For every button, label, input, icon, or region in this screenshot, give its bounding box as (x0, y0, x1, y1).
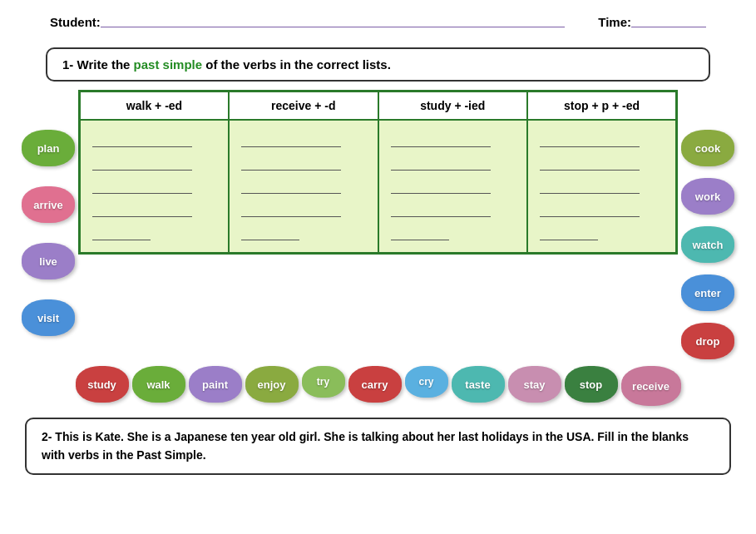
blank[interactable] (540, 225, 598, 240)
bubble-study: study (76, 366, 129, 403)
col-header-1: walk + -ed (80, 91, 230, 121)
instruction-1-box: 1- Write the past simple of the verbs in… (46, 47, 710, 82)
blanks-col3 (388, 127, 519, 245)
bubble-paint: paint (189, 366, 242, 403)
blank[interactable] (92, 202, 192, 217)
bubble-stop: stop (565, 366, 618, 403)
instruction-1-text-before: Write the (77, 57, 134, 72)
blank[interactable] (391, 225, 449, 240)
blank[interactable] (92, 132, 192, 147)
blank[interactable] (241, 179, 341, 194)
col-header-2: receive + -d (229, 91, 378, 121)
cell-1-4 (527, 120, 677, 254)
blank[interactable] (391, 202, 491, 217)
blank[interactable] (92, 179, 192, 194)
time-label: Time: (598, 15, 631, 29)
blank[interactable] (92, 225, 151, 240)
bubble-receive: receive (621, 366, 681, 406)
blank[interactable] (241, 202, 341, 217)
col-header-3: study + -ied (378, 91, 528, 121)
bubble-taste: taste (452, 366, 505, 403)
table-container: walk + -ed receive + -d study + -ied sto… (78, 90, 678, 255)
blank[interactable] (241, 156, 341, 171)
student-line (101, 27, 565, 27)
blanks-col2 (238, 127, 369, 245)
bubble-plan: plan (22, 130, 75, 166)
instruction-2-text: This is Kate. She is a Japanese ten year… (42, 430, 689, 462)
instruction-1-text-after: of the verbs in the correct lists. (205, 57, 391, 72)
table-header-row: walk + -ed receive + -d study + -ied sto… (80, 91, 677, 121)
bubble-cry: cry (405, 366, 448, 398)
bubble-watch: watch (681, 226, 734, 263)
blank[interactable] (241, 225, 299, 240)
bubble-work: work (681, 178, 734, 215)
bubble-cook: cook (681, 130, 734, 166)
cell-1-1 (80, 120, 230, 254)
table-row (80, 120, 677, 254)
bubble-enter: enter (681, 274, 734, 311)
time-line (631, 27, 706, 27)
blank[interactable] (540, 202, 640, 217)
student-label: Student: (50, 15, 101, 29)
bubble-walk: walk (132, 366, 185, 403)
instruction-2-number: 2- (42, 430, 52, 443)
blank[interactable] (92, 156, 192, 171)
bottom-bubbles: study walk paint enjoy try carry cry tas… (8, 366, 748, 406)
blank[interactable] (540, 132, 640, 147)
blank[interactable] (540, 179, 640, 194)
blank[interactable] (241, 132, 341, 147)
bubble-drop: drop (681, 323, 734, 359)
instruction-1-number: 1- (62, 57, 73, 72)
right-bubbles: cook work watch enter drop (681, 90, 748, 359)
bubble-live: live (22, 243, 75, 279)
blank[interactable] (391, 156, 491, 171)
col-header-4: stop + p + -ed (527, 91, 677, 121)
bubble-visit: visit (22, 299, 75, 336)
main-table: walk + -ed receive + -d study + -ied sto… (78, 90, 678, 255)
bubble-enjoy: enjoy (245, 366, 299, 403)
left-bubbles: plan arrive live visit (8, 90, 75, 336)
header: Student: Time: (0, 0, 756, 32)
bubble-stay: stay (508, 366, 561, 403)
bubble-carry: carry (348, 366, 402, 403)
cell-1-3 (378, 120, 528, 254)
blank[interactable] (391, 132, 491, 147)
blanks-col1 (89, 127, 220, 245)
bubble-try: try (302, 366, 345, 398)
blank[interactable] (540, 156, 640, 171)
blanks-col4 (536, 127, 667, 245)
bubble-arrive: arrive (22, 186, 75, 223)
instruction-2-box: 2- This is Kate. She is a Japanese ten y… (25, 418, 731, 475)
instruction-1-highlight: past simple (134, 57, 203, 72)
exercise-area: plan arrive live visit walk + -ed receiv… (8, 90, 748, 359)
blank[interactable] (391, 179, 491, 194)
cell-1-2 (229, 120, 378, 254)
